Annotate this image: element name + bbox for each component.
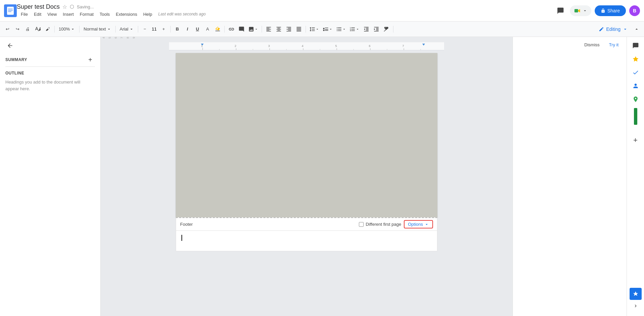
font-dropdown[interactable]: Arial — [118, 24, 136, 34]
side-chat-icon-btn[interactable] — [630, 40, 642, 52]
increase-indent-btn[interactable] — [372, 24, 381, 34]
document-page[interactable] — [176, 53, 437, 217]
side-maps-icon-btn[interactable] — [630, 93, 642, 105]
menu-help[interactable]: Help — [141, 10, 155, 18]
share-btn[interactable]: Share — [595, 5, 626, 16]
zoom-dropdown[interactable]: 100% — [57, 24, 77, 34]
outline-label: OUTLINE — [0, 67, 100, 77]
diff-first-row: Different first page — [359, 222, 401, 227]
menu-view[interactable]: View — [45, 10, 59, 18]
summary-add-btn[interactable]: + — [86, 55, 95, 64]
image-chevron-icon — [254, 27, 258, 31]
undo-btn[interactable]: ↩ — [3, 24, 12, 34]
sep1 — [54, 26, 55, 33]
sep-editing — [393, 26, 393, 33]
menu-format[interactable]: Format — [77, 10, 96, 18]
zoom-value: 100% — [59, 27, 70, 32]
try-it-btn[interactable]: Try it — [606, 41, 621, 49]
meet-btn[interactable] — [570, 5, 591, 16]
bold-btn[interactable]: B — [173, 24, 182, 34]
checklist-btn[interactable] — [321, 24, 334, 34]
dismiss-btn[interactable]: Dismiss — [582, 41, 602, 49]
print-btn[interactable]: 🖨 — [23, 24, 32, 34]
link-btn[interactable] — [227, 24, 236, 34]
para-chevron-icon — [107, 27, 111, 32]
doc-scroll[interactable]: 1 2 3 4 5 6 7 — [107, 37, 506, 316]
side-check-icon-btn[interactable] — [630, 66, 642, 78]
menu-insert[interactable]: Insert — [60, 10, 76, 18]
highlight-btn[interactable] — [213, 24, 222, 34]
menu-edit[interactable]: Edit — [31, 10, 44, 18]
bullets-btn[interactable] — [335, 24, 347, 34]
footer-zone: Footer Different first page Options — [176, 217, 437, 251]
chevron-right-btn[interactable] — [631, 301, 640, 311]
diff-first-label: Different first page — [366, 222, 401, 227]
numbered-list-btn[interactable] — [348, 24, 361, 34]
align-center-btn[interactable] — [274, 24, 283, 34]
options-chevron-icon — [424, 222, 429, 227]
side-green-bar[interactable] — [634, 108, 637, 125]
editing-mode-btn[interactable]: Editing — [595, 25, 631, 33]
image-btn[interactable] — [247, 24, 260, 34]
svg-text:6: 6 — [369, 44, 370, 48]
sep6 — [224, 26, 225, 33]
font-size-decrease-btn[interactable]: − — [140, 24, 150, 34]
decrease-indent-btn[interactable] — [362, 24, 371, 34]
redo-btn[interactable]: ↪ — [13, 24, 22, 34]
align-left-btn[interactable] — [264, 24, 273, 34]
options-btn[interactable]: Options — [404, 220, 433, 228]
side-person-icon-btn[interactable] — [630, 80, 642, 92]
underline-btn[interactable]: U — [193, 24, 202, 34]
footer-content[interactable] — [176, 231, 437, 251]
doc-title[interactable]: Super test Docs — [17, 3, 60, 10]
svg-text:2: 2 — [234, 44, 236, 48]
menu-bar: File Edit View Insert Format Tools Exten… — [18, 10, 206, 18]
share-label: Share — [607, 8, 620, 13]
svg-text:4: 4 — [302, 44, 303, 48]
paint-format-btn[interactable]: 🖌 — [43, 24, 52, 34]
text-color-btn[interactable]: A — [203, 24, 212, 34]
outline-hint: Headings you add to the document will ap… — [0, 77, 100, 93]
editing-chevron-icon — [623, 27, 628, 32]
line-spacing-btn[interactable] — [308, 24, 321, 34]
diff-first-checkbox[interactable] — [359, 222, 364, 227]
spacing-chevron-icon — [315, 27, 319, 31]
side-star-icon-btn[interactable] — [630, 53, 642, 65]
footer-label: Footer — [180, 222, 356, 227]
collapse-btn[interactable] — [632, 24, 641, 34]
menu-file[interactable]: File — [18, 10, 31, 18]
svg-rect-2 — [8, 9, 13, 9]
font-chevron-icon — [129, 27, 134, 32]
bullets-chevron-icon — [342, 27, 346, 31]
menu-extensions[interactable]: Extensions — [113, 10, 140, 18]
avatar[interactable]: B — [629, 5, 640, 16]
svg-marker-6 — [578, 9, 580, 12]
chat-icon-btn[interactable] — [554, 5, 567, 17]
plus-icon-btn[interactable]: + — [630, 134, 642, 146]
italic-btn[interactable]: I — [183, 24, 192, 34]
sep5 — [170, 26, 171, 33]
paragraph-style-dropdown[interactable]: Normal text — [82, 24, 113, 34]
doc-left-margin: 456789 — [101, 37, 107, 316]
menu-tools[interactable]: Tools — [97, 10, 112, 18]
svg-text:3: 3 — [268, 44, 270, 48]
svg-text:7: 7 — [402, 44, 404, 48]
star-icon[interactable]: ☆ — [62, 4, 67, 10]
clear-format-btn[interactable] — [382, 24, 391, 34]
svg-rect-1 — [7, 7, 14, 15]
font-size-value[interactable]: 11 — [150, 26, 158, 32]
sep8 — [306, 26, 306, 33]
svg-text:5: 5 — [335, 44, 337, 48]
justify-btn[interactable] — [294, 24, 304, 34]
font-size-increase-btn[interactable]: + — [159, 24, 168, 34]
sidebar-back-btn[interactable] — [4, 40, 16, 52]
svg-rect-3 — [8, 10, 13, 11]
right-panel: Dismiss Try it — [513, 37, 627, 316]
align-right-btn[interactable] — [284, 24, 293, 34]
drive-icon[interactable]: ⬡ — [70, 4, 74, 10]
comment-btn[interactable] — [237, 24, 246, 34]
spell-check-btn[interactable] — [33, 24, 42, 34]
ai-assist-btn[interactable] — [630, 288, 642, 300]
text-cursor — [181, 235, 182, 241]
chevron-down-icon — [583, 8, 587, 13]
